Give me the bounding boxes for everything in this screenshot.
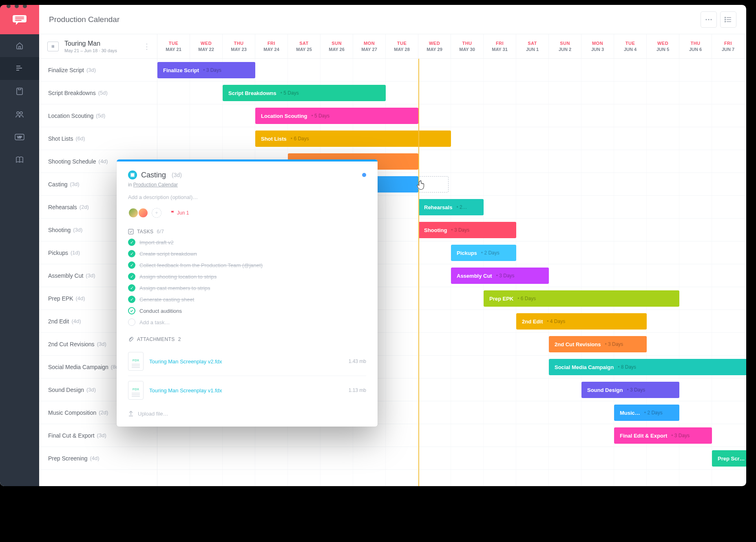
breadcrumb-link[interactable]: Production Calendar bbox=[133, 182, 178, 188]
avatar[interactable] bbox=[138, 208, 148, 218]
subtask-checkbox[interactable]: ✓ bbox=[128, 273, 135, 280]
gantt-bar[interactable]: Shot Lists6 Days bbox=[255, 131, 451, 147]
gantt-bar[interactable]: Finalize Script3 Days bbox=[157, 62, 255, 78]
subtask-row[interactable]: ✓Assign shooting location to strips bbox=[128, 273, 366, 280]
nav-library[interactable] bbox=[0, 148, 39, 171]
nav-vip[interactable]: VIP bbox=[0, 126, 39, 148]
date-column[interactable]: MONJUN 3 bbox=[581, 34, 614, 58]
subtask-row[interactable]: ✓Collect feedback from the Production Te… bbox=[128, 261, 366, 269]
subtask-row[interactable]: ✓Create script breakdown bbox=[128, 250, 366, 257]
add-person-button[interactable]: + bbox=[152, 208, 161, 218]
attachment-name[interactable]: Touring Man Screenplay v2.fdx bbox=[149, 358, 222, 365]
file-icon: FDX bbox=[128, 381, 144, 400]
date-column[interactable]: SUNJUN 2 bbox=[549, 34, 581, 58]
svg-point-5 bbox=[705, 19, 707, 20]
date-column[interactable]: THUMAY 23 bbox=[223, 34, 255, 58]
date-column[interactable]: THUJUN 6 bbox=[679, 34, 712, 58]
gantt-bar[interactable]: Shooting3 Days bbox=[418, 222, 516, 238]
popover-breadcrumb: in Production Calendar bbox=[128, 182, 366, 188]
nav-team[interactable] bbox=[0, 103, 39, 126]
drag-cursor-icon bbox=[416, 180, 427, 191]
date-column[interactable]: SATJUN 1 bbox=[516, 34, 549, 58]
gantt-bar[interactable]: Social Media Campaign8 Days bbox=[549, 359, 746, 375]
subtask-checkbox[interactable]: ✓ bbox=[128, 284, 135, 292]
subtask-label: Import draft v2 bbox=[139, 239, 174, 246]
subtask-checkbox[interactable]: ✓ bbox=[128, 296, 135, 303]
svg-point-1 bbox=[17, 112, 19, 114]
subtask-row[interactable]: Conduct auditions bbox=[128, 307, 366, 314]
gantt-bar[interactable]: Assembly Cut3 Days bbox=[451, 268, 549, 284]
date-column[interactable]: SUNMAY 26 bbox=[321, 34, 353, 58]
date-column[interactable]: WEDMAY 22 bbox=[190, 34, 223, 58]
project-cell[interactable]: ▦ Touring Man May 21 – Jun 18 · 30 days … bbox=[39, 34, 157, 58]
gantt-bar[interactable]: Prep EPK6 Days bbox=[484, 290, 679, 307]
date-column[interactable]: SATMAY 25 bbox=[288, 34, 321, 58]
nav-docs[interactable] bbox=[0, 80, 39, 103]
project-name: Touring Man bbox=[64, 40, 117, 47]
attachment-row[interactable]: FDX Touring Man Screenplay v2.fdx 1.43 m… bbox=[128, 347, 366, 376]
date-column[interactable]: WEDMAY 29 bbox=[418, 34, 451, 58]
gantt-bar[interactable]: 2nd Cut Revisions3 Days bbox=[549, 336, 647, 352]
subtask-checkbox[interactable]: ✓ bbox=[128, 239, 135, 246]
subtask-row[interactable]: ✓Generate casting sheet bbox=[128, 296, 366, 303]
window-traffic-dots bbox=[7, 5, 27, 8]
date-column[interactable]: FRIMAY 31 bbox=[484, 34, 516, 58]
popover-duration: (3d) bbox=[172, 172, 182, 178]
subtask-checkbox[interactable]: ✓ bbox=[128, 250, 135, 257]
list-view-button[interactable] bbox=[720, 11, 736, 28]
description-input[interactable]: Add a description (optional)… bbox=[128, 194, 366, 200]
upload-file-button[interactable]: Upload file… bbox=[128, 410, 366, 417]
date-column[interactable]: TUEMAY 28 bbox=[386, 34, 418, 58]
date-strip: TUEMAY 21WEDMAY 22THUMAY 23FRIMAY 24SATM… bbox=[157, 34, 746, 58]
date-column[interactable]: THUMAY 30 bbox=[451, 34, 484, 58]
attachment-size: 1.43 mb bbox=[349, 358, 366, 364]
svg-point-7 bbox=[710, 19, 712, 20]
gantt-bar[interactable]: Location Scouting5 Days bbox=[255, 108, 418, 124]
nav-home[interactable] bbox=[0, 34, 39, 57]
logo-icon[interactable] bbox=[0, 5, 39, 34]
task-row[interactable]: Script Breakdowns(5d) bbox=[39, 82, 157, 104]
gantt-bar[interactable]: Sound Design3 Days bbox=[581, 382, 679, 398]
date-column[interactable]: WEDJUN 5 bbox=[647, 34, 679, 58]
subtask-checkbox[interactable]: ✓ bbox=[128, 261, 135, 269]
avatar[interactable] bbox=[128, 208, 139, 218]
gantt-bar[interactable]: Rehearsals2… bbox=[418, 199, 484, 215]
topbar: Production Calendar bbox=[39, 5, 746, 34]
attachment-icon bbox=[128, 336, 134, 342]
tasks-icon bbox=[128, 229, 134, 234]
gantt-bar[interactable]: Music…2 Days bbox=[614, 405, 679, 421]
svg-text:VIP: VIP bbox=[17, 136, 22, 139]
gantt-bar[interactable]: Script Breakdowns5 Days bbox=[223, 85, 386, 101]
project-range: May 21 – Jun 18 · 30 days bbox=[64, 48, 117, 53]
date-column[interactable]: MONMAY 27 bbox=[353, 34, 386, 58]
date-column[interactable]: FRIMAY 24 bbox=[255, 34, 288, 58]
gantt-bar[interactable]: 2nd Edit4 Days bbox=[516, 313, 647, 330]
tasks-label: TASKS bbox=[137, 229, 153, 234]
gantt-bar[interactable]: Prep Scr… bbox=[712, 450, 746, 467]
attachment-name[interactable]: Touring Man Screenplay v1.fdx bbox=[149, 387, 222, 394]
gantt-bar[interactable]: Pickups2 Days bbox=[451, 245, 516, 261]
attachment-row[interactable]: FDX Touring Man Screenplay v1.fdx 1.13 m… bbox=[128, 376, 366, 405]
subtask-row[interactable]: ✓Import draft v2 bbox=[128, 239, 366, 246]
file-icon: FDX bbox=[128, 352, 144, 371]
today-indicator bbox=[418, 59, 419, 486]
status-dot[interactable] bbox=[362, 173, 366, 177]
task-row[interactable]: Shot Lists(6d) bbox=[39, 127, 157, 150]
project-menu-icon[interactable]: ⋮ bbox=[143, 42, 151, 51]
subtask-row[interactable]: ✓Assign cast members to strips bbox=[128, 284, 366, 292]
date-column[interactable]: FRIJUN 7 bbox=[712, 34, 745, 58]
date-column[interactable]: TUEJUN 4 bbox=[614, 34, 647, 58]
due-date-flag[interactable]: Jun 1 bbox=[170, 210, 189, 216]
task-row[interactable]: Prep Screening(4d) bbox=[39, 447, 157, 470]
task-row[interactable]: Location Scouting(5d) bbox=[39, 104, 157, 127]
task-row[interactable]: Finalize Script(3d) bbox=[39, 59, 157, 82]
nav-gantt[interactable] bbox=[0, 57, 39, 80]
attachments-count: 2 bbox=[178, 336, 181, 342]
task-row[interactable]: Final Cut & Export(3d) bbox=[39, 424, 157, 447]
date-column[interactable]: TUEMAY 21 bbox=[157, 34, 190, 58]
add-subtask-input[interactable]: Add a task… bbox=[128, 319, 366, 326]
subtask-checkbox[interactable] bbox=[128, 307, 135, 314]
gantt-bar[interactable]: Final Edit & Export3 Days bbox=[614, 427, 712, 444]
attachments-label: ATTACHMENTS bbox=[137, 336, 175, 342]
more-options-button[interactable] bbox=[701, 11, 717, 28]
